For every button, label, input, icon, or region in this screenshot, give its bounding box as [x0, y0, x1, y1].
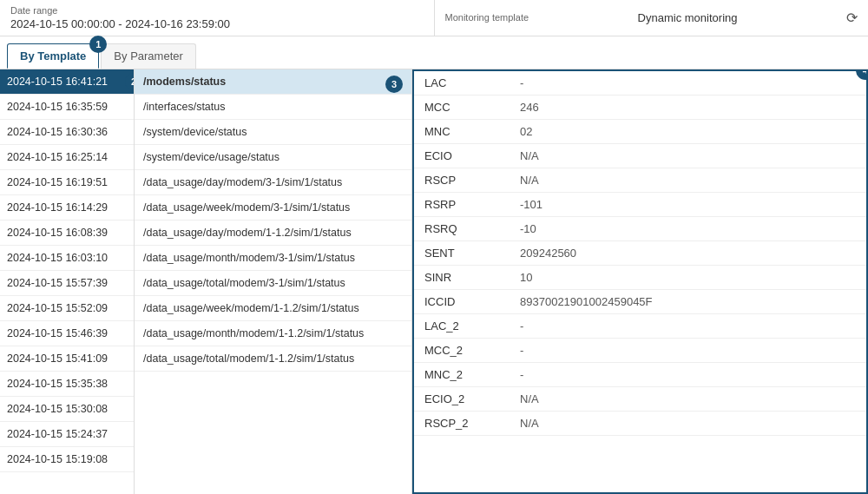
path-item[interactable]: /data_usage/day/modem/1-1.2/sim/1/status: [135, 221, 411, 246]
timestamp-item[interactable]: 2024-10-15 15:19:08: [0, 447, 134, 472]
kv-row: SINR10: [414, 266, 866, 290]
kv-value: -: [520, 319, 523, 333]
timestamps-column: 2024-10-15 16:41:2122024-10-15 16:35:592…: [0, 69, 135, 494]
kv-key: MCC: [424, 101, 520, 114]
kv-key: ECIO: [424, 149, 520, 162]
timestamp-item[interactable]: 2024-10-15 16:19:51: [0, 170, 134, 195]
path-item[interactable]: /data_usage/month/modem/1-1.2/sim/1/stat…: [135, 321, 411, 346]
monitoring-value: Dynamic monitoring: [638, 11, 738, 24]
keyvalue-column: 4LAC-MCC246MNC02ECION/ARSCPN/ARSRP-101RS…: [412, 69, 868, 494]
kv-key: ICCID: [424, 295, 520, 308]
timestamp-item[interactable]: 2024-10-15 16:41:212: [0, 69, 134, 95]
kv-row: SENT209242560: [414, 241, 866, 266]
date-range-section: Date range 2024-10-15 00:00:00 - 2024-10…: [0, 0, 435, 36]
kv-key: MNC: [424, 125, 520, 138]
kv-value: N/A: [520, 417, 539, 430]
date-range-value: 2024-10-15 00:00:00 - 2024-10-16 23:59:0…: [10, 17, 424, 30]
main-content: 2024-10-15 16:41:2122024-10-15 16:35:592…: [0, 69, 868, 494]
kv-row: ECIO_2N/A: [414, 387, 866, 412]
tabs-bar: By Template1By Parameter: [0, 36, 868, 69]
kv-row: ECION/A: [414, 144, 866, 168]
kv-key: RSRP: [424, 198, 520, 211]
kv-key: RSCP: [424, 174, 520, 187]
kv-row: RSCPN/A: [414, 168, 866, 193]
refresh-icon[interactable]: ⟳: [846, 10, 858, 26]
kv-row: MCC_2-: [414, 339, 866, 363]
path-item[interactable]: /system/device/status: [135, 120, 411, 145]
kv-value: -101: [520, 198, 542, 211]
kv-key: SENT: [424, 247, 520, 260]
path-item[interactable]: /data_usage/week/modem/1-1.2/sim/1/statu…: [135, 296, 411, 321]
kv-value: 246: [520, 101, 539, 114]
path-item[interactable]: /data_usage/week/modem/3-1/sim/1/status: [135, 195, 411, 221]
timestamp-item[interactable]: 2024-10-15 16:35:59: [0, 95, 134, 120]
monitoring-label: Monitoring template: [445, 12, 529, 23]
kv-value: 02: [520, 125, 532, 138]
kv-row: RSRP-101: [414, 193, 866, 217]
kv-row: ICCID89370021901002459045F: [414, 290, 866, 314]
timestamp-item[interactable]: 2024-10-15 15:52:09: [0, 296, 134, 321]
top-bar: Date range 2024-10-15 00:00:00 - 2024-10…: [0, 0, 868, 36]
paths-column: /modems/status3/interfaces/status/system…: [135, 69, 412, 494]
timestamp-item[interactable]: 2024-10-15 16:03:10: [0, 246, 134, 271]
timestamp-item[interactable]: 2024-10-15 15:46:39: [0, 321, 134, 346]
kv-value: N/A: [520, 149, 539, 162]
path-item[interactable]: /data_usage/total/modem/3-1/sim/1/status: [135, 271, 411, 296]
tab-by-parameter[interactable]: By Parameter: [101, 43, 195, 69]
kv-value: 209242560: [520, 247, 576, 260]
timestamp-item[interactable]: 2024-10-15 16:14:29: [0, 195, 134, 221]
kv-row: MCC246: [414, 96, 866, 120]
kv-row: MNC_2-: [414, 363, 866, 387]
kv-row: MNC02: [414, 120, 866, 144]
timestamp-item[interactable]: 2024-10-15 16:08:39: [0, 221, 134, 246]
kv-key: RSRQ: [424, 222, 520, 235]
kv-row: RSCP_2N/A: [414, 412, 866, 436]
timestamp-item[interactable]: 2024-10-15 15:30:08: [0, 397, 134, 422]
kv-value: N/A: [520, 174, 539, 187]
timestamp-item[interactable]: 2024-10-15 15:41:09: [0, 346, 134, 372]
kv-value: -10: [520, 222, 536, 235]
kv-row: RSRQ-10: [414, 217, 866, 241]
kv-key: MCC_2: [424, 344, 520, 357]
timestamp-item[interactable]: 2024-10-15 16:30:36: [0, 120, 134, 145]
kv-key: MNC_2: [424, 368, 520, 381]
timestamp-item[interactable]: 2024-10-15 16:25:14: [0, 145, 134, 170]
kv-value: -: [520, 368, 523, 381]
kv-key: ECIO_2: [424, 392, 520, 405]
path-item[interactable]: /data_usage/total/modem/1-1.2/sim/1/stat…: [135, 346, 411, 372]
path-badge: 3: [385, 76, 403, 93]
timestamp-item[interactable]: 2024-10-15 15:24:37: [0, 422, 134, 447]
kv-key: LAC_2: [424, 319, 520, 333]
tab-by-template[interactable]: By Template1: [7, 43, 99, 69]
monitoring-section: Monitoring template Dynamic monitoring ⟳: [435, 0, 869, 36]
kv-key: SINR: [424, 271, 520, 284]
kv-value: N/A: [520, 392, 539, 405]
path-item[interactable]: /system/device/usage/status: [135, 145, 411, 170]
kv-row: LAC_2-: [414, 314, 866, 339]
date-range-label: Date range: [10, 5, 424, 16]
kv-value: -: [520, 344, 523, 357]
path-item[interactable]: /modems/status3: [135, 69, 411, 95]
kv-value: -: [520, 76, 523, 89]
kv-key: LAC: [424, 76, 520, 89]
path-item[interactable]: /data_usage/day/modem/3-1/sim/1/status: [135, 170, 411, 195]
kv-value: 10: [520, 271, 532, 284]
path-item[interactable]: /interfaces/status: [135, 95, 411, 120]
timestamp-item[interactable]: 2024-10-15 15:35:38: [0, 372, 134, 397]
kv-key: RSCP_2: [424, 417, 520, 430]
kv-row: LAC-: [414, 71, 866, 96]
kv-value: 89370021901002459045F: [520, 295, 653, 308]
timestamp-badge: 2: [125, 73, 135, 90]
timestamp-item[interactable]: 2024-10-15 15:57:39: [0, 271, 134, 296]
path-item[interactable]: /data_usage/month/modem/3-1/sim/1/status: [135, 246, 411, 271]
